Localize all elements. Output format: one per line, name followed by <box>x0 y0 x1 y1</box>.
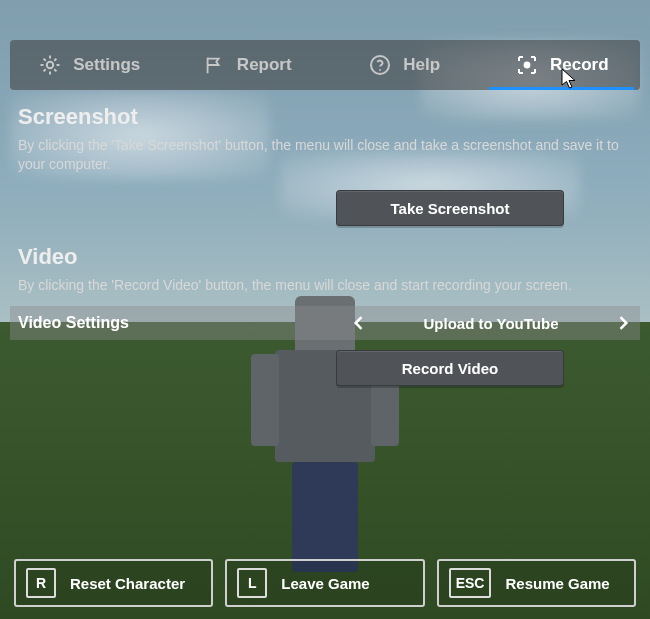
record-video-button[interactable]: Record Video <box>336 350 564 386</box>
svg-point-3 <box>524 62 531 69</box>
bottom-actions: R Reset Character L Leave Game ESC Resum… <box>14 559 636 607</box>
svg-point-2 <box>379 69 381 71</box>
take-screenshot-button[interactable]: Take Screenshot <box>336 190 564 226</box>
chevron-left-icon <box>349 313 369 333</box>
video-desc: By clicking the 'Record Video' button, t… <box>18 276 632 295</box>
tab-record[interactable]: Record <box>483 40 641 90</box>
video-title: Video <box>18 244 632 270</box>
action-label: Resume Game <box>505 575 609 592</box>
button-label: Take Screenshot <box>391 200 510 217</box>
video-settings-value: Upload to YouTube <box>376 315 606 332</box>
keycap: ESC <box>449 568 492 598</box>
screenshot-desc: By clicking the 'Take Screenshot' button… <box>18 136 632 174</box>
svg-point-0 <box>47 62 53 68</box>
tab-help[interactable]: Help <box>325 40 483 90</box>
gear-icon <box>37 52 63 78</box>
flag-icon <box>201 52 227 78</box>
video-settings-row: Video Settings Upload to YouTube <box>10 306 640 340</box>
record-icon <box>514 52 540 78</box>
video-settings-next[interactable] <box>606 313 640 333</box>
resume-game-button[interactable]: ESC Resume Game <box>437 559 636 607</box>
video-settings-prev[interactable] <box>342 313 376 333</box>
screenshot-panel: Screenshot By clicking the 'Take Screens… <box>18 104 632 174</box>
tab-label: Record <box>550 55 609 75</box>
screenshot-title: Screenshot <box>18 104 632 130</box>
video-settings-label: Video Settings <box>10 314 129 332</box>
action-label: Leave Game <box>281 575 369 592</box>
reset-character-button[interactable]: R Reset Character <box>14 559 213 607</box>
player-avatar <box>265 300 385 572</box>
tab-label: Report <box>237 55 292 75</box>
help-icon <box>367 52 393 78</box>
menu-tabbar: Settings Report Help Record <box>10 40 640 90</box>
chevron-right-icon <box>613 313 633 333</box>
tab-settings[interactable]: Settings <box>10 40 168 90</box>
keycap: L <box>237 568 267 598</box>
button-label: Record Video <box>402 360 498 377</box>
action-label: Reset Character <box>70 575 185 592</box>
leave-game-button[interactable]: L Leave Game <box>225 559 424 607</box>
keycap: R <box>26 568 56 598</box>
tab-report[interactable]: Report <box>168 40 326 90</box>
video-panel: Video By clicking the 'Record Video' but… <box>18 244 632 295</box>
tab-label: Help <box>403 55 440 75</box>
tab-label: Settings <box>73 55 140 75</box>
